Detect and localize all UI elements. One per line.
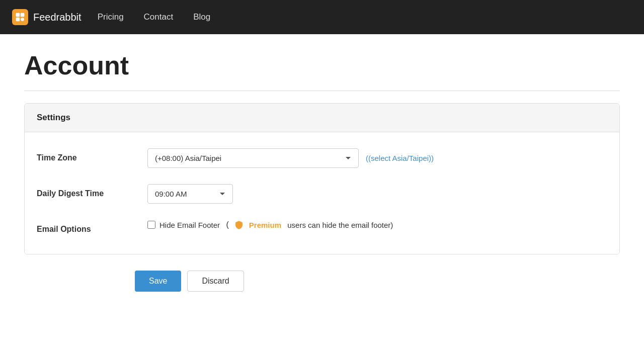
svg-point-3	[21, 18, 24, 21]
timezone-label: Time Zone	[37, 148, 147, 162]
settings-card: Settings Time Zone (+08:00) Asia/Taipei …	[24, 103, 620, 254]
page-divider	[24, 91, 620, 91]
email-options-suffix: users can hide the email footer)	[285, 221, 393, 229]
premium-label: Premium	[249, 221, 281, 229]
nav-link-contact[interactable]: Contact	[144, 12, 174, 22]
svg-rect-0	[16, 13, 20, 17]
page-title: Account	[24, 34, 620, 91]
svg-rect-2	[16, 18, 20, 22]
timezone-row: Time Zone (+08:00) Asia/Taipei ((select …	[37, 148, 607, 168]
nav-links: Pricing Contact Blog	[98, 12, 211, 22]
nav-link-blog[interactable]: Blog	[193, 12, 210, 22]
settings-header: Settings	[25, 104, 619, 132]
logo-text: Feedrabbit	[33, 12, 82, 23]
timezone-select[interactable]: (+08:00) Asia/Taipei	[147, 148, 359, 168]
digest-time-row: Daily Digest Time 12:00 AM01:00 AM02:00 …	[37, 184, 607, 204]
discard-button[interactable]: Discard	[187, 271, 244, 292]
nav-link-pricing[interactable]: Pricing	[98, 12, 124, 22]
action-buttons-row: Save Discard	[135, 271, 620, 292]
digest-time-select[interactable]: 12:00 AM01:00 AM02:00 AM03:00 AM04:00 AM…	[147, 184, 233, 204]
hide-footer-checkbox[interactable]	[147, 221, 155, 229]
svg-rect-1	[21, 13, 25, 17]
digest-time-label: Daily Digest Time	[37, 184, 147, 198]
email-options-control: Hide Email Footer ( Premium users can hi…	[147, 220, 607, 230]
email-options-inner: Hide Email Footer ( Premium users can hi…	[147, 220, 393, 230]
navbar: Feedrabbit Pricing Contact Blog	[0, 0, 644, 34]
digest-time-control: 12:00 AM01:00 AM02:00 AM03:00 AM04:00 AM…	[147, 184, 607, 204]
premium-shield-icon	[234, 220, 244, 230]
hide-footer-label: Hide Email Footer	[159, 221, 220, 229]
settings-body: Time Zone (+08:00) Asia/Taipei ((select …	[25, 132, 619, 254]
email-options-row: Email Options Hide Email Footer ( Premiu	[37, 220, 607, 234]
email-options-label: Email Options	[37, 220, 147, 234]
timezone-control: (+08:00) Asia/Taipei ((select Asia/Taipe…	[147, 148, 607, 168]
timezone-link[interactable]: ((select Asia/Taipei))	[366, 154, 434, 162]
email-options-paren-open: (	[224, 220, 229, 229]
save-button[interactable]: Save	[135, 271, 181, 292]
page-container: Account Settings Time Zone (+08:00) Asia…	[10, 34, 634, 292]
settings-section-title: Settings	[37, 113, 70, 122]
logo-icon	[12, 9, 28, 25]
nav-logo[interactable]: Feedrabbit	[12, 9, 82, 25]
